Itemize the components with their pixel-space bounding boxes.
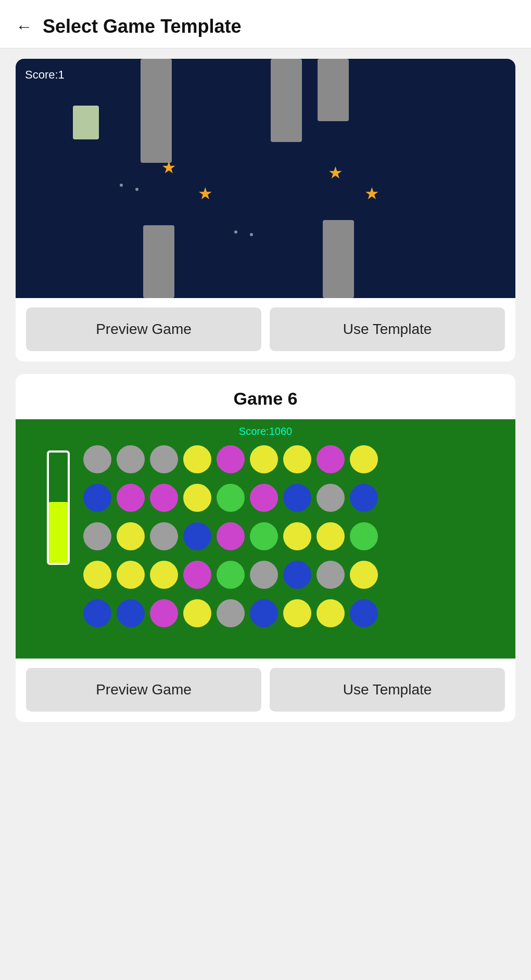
- game6-title: Game 6: [16, 374, 515, 419]
- game5-canvas: Score:1 ★ ★ ★ ★: [16, 59, 515, 298]
- circle: [350, 599, 378, 627]
- dot-4: [250, 233, 253, 236]
- game6-canvas: Score:1060: [16, 419, 515, 659]
- dot-3: [234, 230, 237, 234]
- circle: [183, 599, 211, 627]
- circle: [83, 484, 111, 512]
- circle: [150, 484, 178, 512]
- circle: [217, 599, 245, 627]
- circle: [183, 561, 211, 589]
- game5-player: [73, 106, 99, 139]
- circle: [317, 561, 345, 589]
- circle: [283, 445, 311, 473]
- star-1: ★: [161, 158, 176, 177]
- pillar-2: [271, 59, 302, 142]
- circle: [183, 484, 211, 512]
- circle: [183, 522, 211, 550]
- circle: [150, 561, 178, 589]
- game6-preview-button[interactable]: Preview Game: [26, 668, 261, 712]
- page-title: Select Game Template: [43, 16, 242, 37]
- circle: [117, 522, 145, 550]
- circle: [350, 484, 378, 512]
- shooter-fill: [49, 502, 68, 563]
- circle: [150, 522, 178, 550]
- circle: [283, 522, 311, 550]
- circle: [83, 445, 111, 473]
- star-4: ★: [364, 184, 380, 203]
- star-3: ★: [328, 163, 343, 183]
- circle: [317, 445, 345, 473]
- game5-card: Score:1 ★ ★ ★ ★ Preview Game Use Templat…: [16, 59, 515, 362]
- game6-btn-row: Preview Game Use Template: [16, 659, 515, 712]
- back-button[interactable]: ←: [16, 18, 32, 35]
- circle: [117, 599, 145, 627]
- header: ← Select Game Template: [0, 0, 531, 48]
- circle: [250, 561, 278, 589]
- circle: [250, 445, 278, 473]
- game5-score: Score:1: [25, 68, 65, 82]
- circle: [250, 484, 278, 512]
- pillar-4: [143, 225, 174, 298]
- circle: [150, 599, 178, 627]
- star-2: ★: [198, 184, 213, 203]
- pillar-1: [141, 59, 172, 163]
- game5-preview-button[interactable]: Preview Game: [26, 307, 261, 351]
- circle: [350, 522, 378, 550]
- circle: [117, 445, 145, 473]
- game6-score: Score:1060: [239, 425, 292, 437]
- circle: [217, 561, 245, 589]
- game5-use-button[interactable]: Use Template: [270, 307, 505, 351]
- game6-use-button[interactable]: Use Template: [270, 668, 505, 712]
- pillar-3: [318, 59, 349, 121]
- dot-2: [135, 188, 138, 191]
- circle: [217, 522, 245, 550]
- circle: [217, 445, 245, 473]
- circle: [117, 484, 145, 512]
- dot-1: [120, 184, 123, 187]
- circle: [250, 599, 278, 627]
- circle: [150, 445, 178, 473]
- circle: [83, 599, 111, 627]
- shooter-bar: [47, 450, 70, 565]
- circles-grid: [83, 445, 381, 636]
- game5-btn-row: Preview Game Use Template: [16, 298, 515, 351]
- pillar-5: [323, 220, 354, 298]
- circle: [83, 561, 111, 589]
- circle: [283, 561, 311, 589]
- circle: [350, 561, 378, 589]
- circle: [83, 522, 111, 550]
- circle: [317, 484, 345, 512]
- circle: [317, 522, 345, 550]
- main-content: Score:1 ★ ★ ★ ★ Preview Game Use Templat…: [0, 48, 531, 732]
- circle: [217, 484, 245, 512]
- circle: [317, 599, 345, 627]
- circle: [183, 445, 211, 473]
- game6-card: Game 6 Score:1060: [16, 374, 515, 722]
- circle: [250, 522, 278, 550]
- circle: [283, 599, 311, 627]
- circle: [283, 484, 311, 512]
- circle: [350, 445, 378, 473]
- circle: [117, 561, 145, 589]
